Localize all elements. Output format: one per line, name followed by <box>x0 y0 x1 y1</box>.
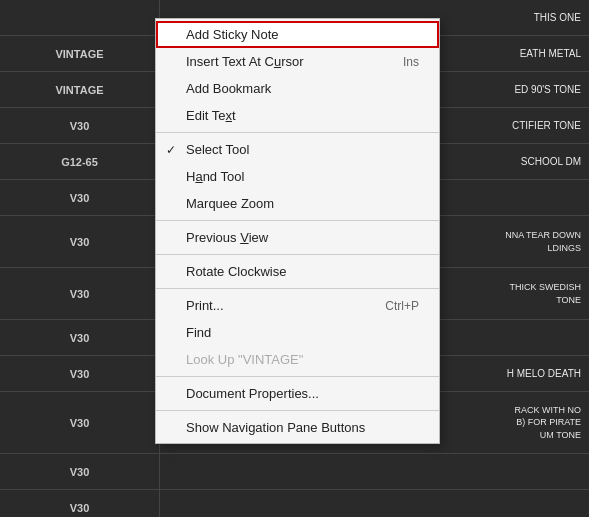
menu-separator <box>156 376 439 377</box>
menu-item-add-bookmark[interactable]: Add Bookmark <box>156 75 439 102</box>
menu-item-label: Document Properties... <box>186 386 319 401</box>
menu-separator <box>156 220 439 221</box>
menu-item-hand-tool[interactable]: Hand Tool <box>156 163 439 190</box>
menu-item-rotate-clockwise[interactable]: Rotate Clockwise <box>156 258 439 285</box>
cell-left: V30 <box>0 490 160 517</box>
menu-item-label: Previous View <box>186 230 268 245</box>
cell-left: V30 <box>0 216 160 267</box>
menu-item-add-sticky-note[interactable]: Add Sticky Note <box>156 21 439 48</box>
menu-item-label: Add Sticky Note <box>186 27 279 42</box>
menu-item-show-navigation-pane[interactable]: Show Navigation Pane Buttons <box>156 414 439 441</box>
menu-item-label: Print... <box>186 298 224 313</box>
menu-item-shortcut: Ins <box>403 55 419 69</box>
menu-separator <box>156 288 439 289</box>
menu-item-select-tool[interactable]: ✓ Select Tool <box>156 136 439 163</box>
menu-item-document-properties[interactable]: Document Properties... <box>156 380 439 407</box>
menu-item-find[interactable]: Find <box>156 319 439 346</box>
cell-left: V30 <box>0 454 160 489</box>
cell-left: VINTAGE <box>0 72 160 107</box>
menu-item-label: Find <box>186 325 211 340</box>
cell-left: V30 <box>0 320 160 355</box>
menu-item-label: Select Tool <box>186 142 249 157</box>
cell-right <box>160 490 589 517</box>
checkmark-icon: ✓ <box>166 143 176 157</box>
menu-item-label: Add Bookmark <box>186 81 271 96</box>
menu-item-edit-text[interactable]: Edit Text <box>156 102 439 129</box>
cell-left: VINTAGE <box>0 36 160 71</box>
table-row: V30 <box>0 490 589 517</box>
menu-item-label: Show Navigation Pane Buttons <box>186 420 365 435</box>
cell-right <box>160 454 589 489</box>
menu-item-print[interactable]: Print... Ctrl+P <box>156 292 439 319</box>
menu-item-label: Rotate Clockwise <box>186 264 286 279</box>
cell-left: V30 <box>0 108 160 143</box>
menu-item-label: Insert Text At Cursor <box>186 54 304 69</box>
menu-item-previous-view[interactable]: Previous View <box>156 224 439 251</box>
menu-separator <box>156 410 439 411</box>
menu-item-marquee-zoom[interactable]: Marquee Zoom <box>156 190 439 217</box>
cell-left <box>0 0 160 35</box>
table-row: V30 <box>0 454 589 490</box>
cell-left: V30 <box>0 268 160 319</box>
menu-separator <box>156 132 439 133</box>
menu-item-label: Marquee Zoom <box>186 196 274 211</box>
menu-item-shortcut: Ctrl+P <box>385 299 419 313</box>
menu-item-label: Hand Tool <box>186 169 244 184</box>
menu-item-label: Look Up "VINTAGE" <box>186 352 303 367</box>
cell-left: G12-65 <box>0 144 160 179</box>
cell-left: V30 <box>0 392 160 453</box>
menu-separator <box>156 254 439 255</box>
cell-left: V30 <box>0 356 160 391</box>
cell-left: V30 <box>0 180 160 215</box>
menu-item-look-up: Look Up "VINTAGE" <box>156 346 439 373</box>
menu-item-label: Edit Text <box>186 108 236 123</box>
context-menu: Add Sticky Note Insert Text At Cursor In… <box>155 18 440 444</box>
menu-item-insert-text[interactable]: Insert Text At Cursor Ins <box>156 48 439 75</box>
